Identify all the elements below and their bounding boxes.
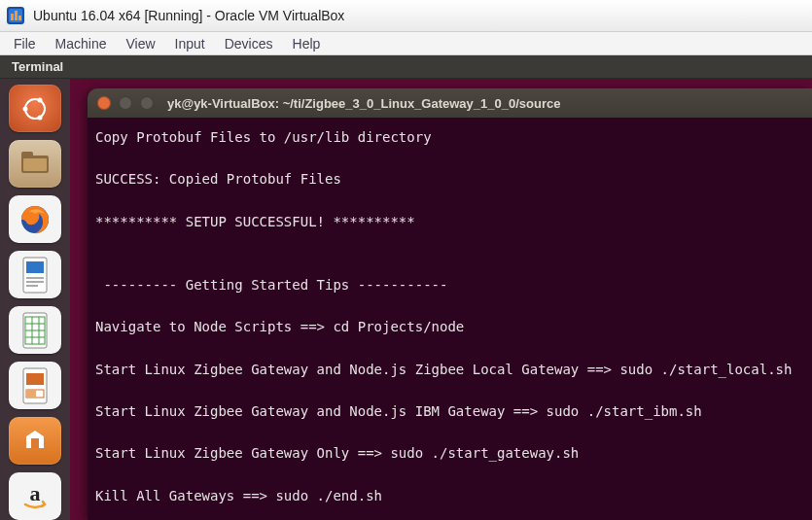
window-minimize-button[interactable] [119,96,132,110]
terminal-line [95,296,804,318]
firefox-icon[interactable] [9,195,61,243]
terminal-line [95,232,804,254]
window-maximize-button[interactable] [140,96,154,110]
menu-file[interactable]: File [14,36,36,52]
menu-machine[interactable]: Machine [55,36,107,52]
svg-rect-16 [26,281,44,283]
svg-rect-17 [26,285,38,287]
menu-help[interactable]: Help [293,36,321,52]
software-icon[interactable] [9,417,61,465]
terminal-window-title: yk@yk-VirtualBox: ~/ti/Zigbee_3_0_Linux_… [167,96,560,111]
terminal-line [95,191,804,212]
terminal-line [95,423,804,444]
dash-icon[interactable] [9,85,61,132]
svg-point-6 [23,106,28,111]
svg-rect-4 [18,16,21,20]
menu-input[interactable]: Input [175,36,205,52]
terminal-line: Start Linux Zigbee Gateway Only ==> sudo… [95,443,804,465]
svg-rect-3 [15,11,18,20]
terminal-line [95,506,804,520]
svg-point-7 [38,97,43,102]
svg-rect-29 [31,438,39,448]
svg-rect-28 [26,390,36,398]
terminal-line: Start Linux Zigbee Gateway and Node.js Z… [95,360,804,381]
ubuntu-workarea: a yk@yk-VirtualBox: ~/ti/Zigbee_3_0_Linu… [0,79,812,520]
terminal-line [95,254,804,275]
active-app-label: Terminal [12,59,63,74]
svg-rect-11 [23,158,47,171]
terminal-line: Copy Protobuf Files to /usr/lib director… [95,127,804,149]
svg-rect-15 [26,277,44,279]
svg-point-5 [25,99,45,119]
terminal-line: Kill All Gateways ==> sudo ./end.sh [95,486,804,507]
svg-rect-10 [21,152,33,157]
virtualbox-menubar: File Machine View Input Devices Help [0,32,812,55]
calc-icon[interactable] [9,306,61,354]
virtualbox-icon [6,6,25,25]
terminal-line [95,465,804,486]
terminal-line [95,380,804,401]
menu-view[interactable]: View [125,36,155,52]
terminal-line [95,338,804,360]
unity-launcher: a [0,79,70,520]
window-close-button[interactable] [97,96,111,110]
terminal-line: Start Linux Zigbee Gateway and Node.js I… [95,401,804,423]
writer-icon[interactable] [9,251,61,298]
virtualbox-titlebar: Ubuntu 16.04 x64 [Running] - Oracle VM V… [0,0,812,32]
svg-text:a: a [30,481,41,505]
svg-point-8 [38,115,43,120]
terminal-window: yk@yk-VirtualBox: ~/ti/Zigbee_3_0_Linux_… [88,88,812,520]
terminal-line [95,149,804,170]
terminal-line: ********** SETUP SUCCESSFUL! ********** [95,212,804,233]
terminal-line: --------- Getting Started Tips ---------… [95,275,804,296]
terminal-line: SUCCESS: Copied Protobuf Files [95,169,804,191]
virtualbox-window-title: Ubuntu 16.04 x64 [Running] - Oracle VM V… [33,8,344,23]
terminal-body[interactable]: Copy Protobuf Files to /usr/lib director… [88,118,812,520]
ubuntu-topbar: Terminal [0,55,812,79]
terminal-titlebar[interactable]: yk@yk-VirtualBox: ~/ti/Zigbee_3_0_Linux_… [88,88,812,118]
svg-rect-14 [26,261,44,273]
impress-icon[interactable] [9,362,61,409]
terminal-line: Navigate to Node Scripts ==> cd Projects… [95,317,804,338]
svg-rect-2 [11,14,14,20]
files-icon[interactable] [9,140,61,188]
amazon-icon[interactable]: a [9,472,61,520]
svg-rect-26 [26,373,44,385]
menu-devices[interactable]: Devices [225,36,273,52]
